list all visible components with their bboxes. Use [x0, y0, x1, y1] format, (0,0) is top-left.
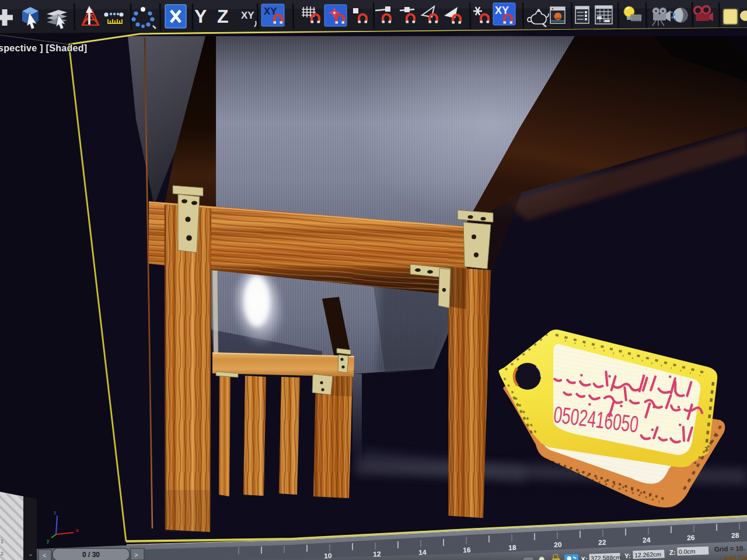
- svg-text:20: 20: [554, 541, 562, 549]
- svg-text:Z:: Z:: [669, 549, 676, 556]
- svg-text:28: 28: [731, 531, 739, 540]
- svg-text:Y:: Y:: [624, 552, 631, 559]
- svg-text:Y: Y: [194, 6, 207, 27]
- svg-text:12.262cm: 12.262cm: [634, 551, 662, 559]
- svg-text:24: 24: [643, 536, 651, 545]
- svg-text:Add Tim: Add Tim: [724, 554, 747, 560]
- svg-text:z: z: [54, 510, 57, 516]
- svg-text:12: 12: [373, 550, 381, 558]
- svg-text:y: y: [47, 538, 50, 544]
- svg-text:22: 22: [598, 538, 606, 547]
- svg-text:<: <: [43, 552, 46, 559]
- svg-text:Grid = 10.: Grid = 10.: [714, 545, 745, 553]
- svg-text:26: 26: [687, 534, 695, 542]
- svg-text:0.0cm: 0.0cm: [679, 548, 696, 555]
- svg-text:Z: Z: [217, 6, 229, 27]
- svg-text:14: 14: [418, 548, 427, 556]
- svg-text:>: >: [134, 551, 138, 558]
- svg-text:0 / 30: 0 / 30: [82, 551, 100, 559]
- svg-text:1: 1: [1, 538, 4, 544]
- svg-text:spective ] [Shaded]: spective ] [Shaded]: [0, 43, 87, 53]
- svg-text:⌄: ⌄: [28, 550, 33, 557]
- svg-text:18: 18: [508, 544, 516, 552]
- svg-text:XY: XY: [241, 10, 254, 21]
- svg-text:10: 10: [324, 552, 332, 560]
- svg-text:372.588cm: 372.588cm: [591, 554, 622, 560]
- svg-text:16: 16: [463, 546, 471, 554]
- svg-text:2: 2: [1, 551, 4, 556]
- svg-text:X:: X:: [581, 555, 588, 560]
- svg-text:x: x: [76, 527, 79, 533]
